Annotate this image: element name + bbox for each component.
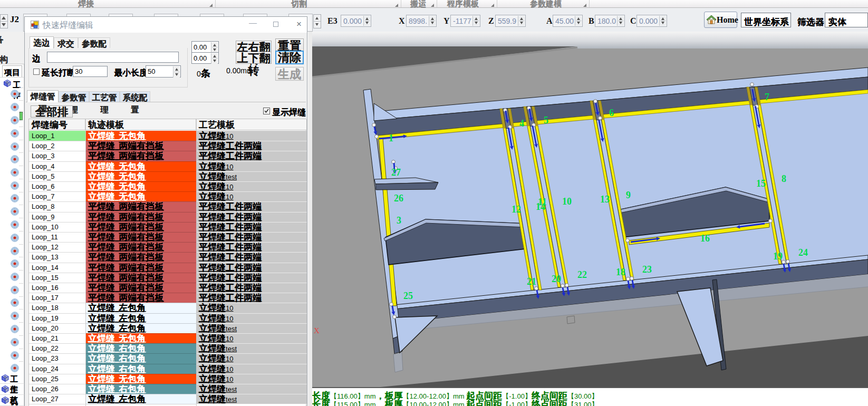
svg-text:10: 10 (562, 196, 572, 207)
svg-text:11: 11 (538, 197, 547, 207)
svg-text:X: X (314, 326, 320, 335)
svg-text:18: 18 (616, 267, 625, 277)
svg-text:23: 23 (642, 264, 652, 275)
svg-text:27: 27 (391, 167, 401, 178)
svg-text:6: 6 (609, 108, 614, 118)
svg-text:8: 8 (782, 173, 786, 184)
svg-text:20: 20 (552, 274, 561, 284)
svg-text:24: 24 (798, 247, 808, 258)
svg-text:1: 1 (389, 133, 393, 143)
svg-text:19: 19 (773, 251, 783, 262)
svg-text:7: 7 (765, 92, 769, 102)
svg-text:12: 12 (512, 204, 521, 215)
svg-text:25: 25 (403, 291, 413, 301)
svg-text:22: 22 (577, 269, 587, 280)
svg-text:13: 13 (600, 194, 610, 205)
svg-text:4: 4 (519, 118, 524, 129)
svg-text:15: 15 (756, 178, 766, 189)
svg-text:3: 3 (397, 215, 401, 226)
svg-text:9: 9 (626, 190, 631, 200)
svg-text:21: 21 (527, 276, 536, 287)
svg-text:26: 26 (394, 193, 403, 204)
svg-text:16: 16 (700, 233, 710, 244)
svg-text:5: 5 (544, 115, 548, 125)
